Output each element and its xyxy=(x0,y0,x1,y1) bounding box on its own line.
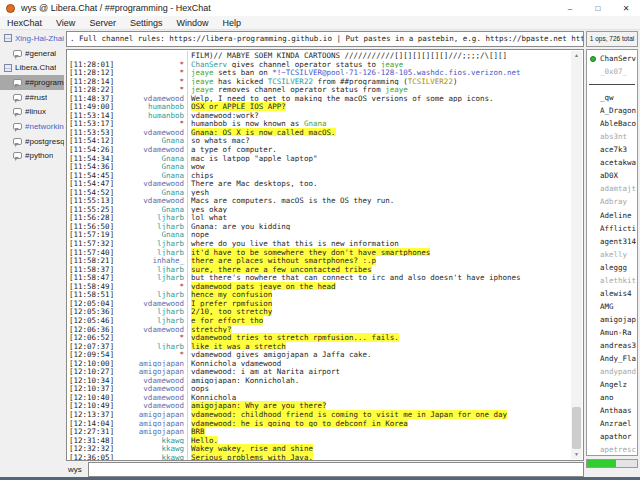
nick: * xyxy=(129,68,187,77)
nick-label[interactable]: wys xyxy=(66,465,88,474)
timestamp: [12:10:40] xyxy=(69,393,129,402)
nick: amigojapan xyxy=(129,427,187,436)
timestamp: [12:31:48] xyxy=(69,436,129,445)
menu-window[interactable]: Window xyxy=(169,18,215,28)
minimize-button[interactable]: – xyxy=(556,0,584,16)
user-list-item[interactable]: A_Dragon xyxy=(587,104,637,117)
user-list-item[interactable]: _qw xyxy=(587,91,637,104)
sidebar-item-rust[interactable]: ##rust xyxy=(0,90,64,105)
menu-server[interactable]: Server xyxy=(82,18,123,28)
user-list-item[interactable]: AMG xyxy=(587,300,637,313)
chat-message-row: [11:54:12]Gnanaso whats mac? xyxy=(69,136,570,145)
timestamp: [11:58:47] xyxy=(69,273,129,282)
sidebar-item-postgresql[interactable]: #postgresql xyxy=(0,134,64,149)
channel-label: #postgresql xyxy=(25,137,64,146)
timestamp: [12:06:36] xyxy=(69,325,129,334)
timestamp: [11:58:51] xyxy=(69,290,129,299)
timestamp: [11:55:25] xyxy=(69,205,129,214)
user-list-item[interactable]: AbleBaco xyxy=(587,117,637,130)
input-bar: wys xyxy=(66,461,584,477)
chat-message-row: [12:05:46]ljharbe for effort tho xyxy=(69,316,570,325)
nick: Gnana xyxy=(129,162,187,171)
timestamp: [11:28:22] xyxy=(69,85,129,94)
user-list-item[interactable]: Anthaas xyxy=(587,404,637,417)
message-text: chips xyxy=(187,171,570,180)
nick: humanbob xyxy=(129,111,187,120)
user-list-item[interactable]: Adeline xyxy=(587,209,637,222)
chat-message-row: [11:56:50]ljharbGnana: are you kidding xyxy=(69,222,570,231)
sidebar-network-xing-hai-zhai[interactable]: Xing-Hai-Zhai xyxy=(0,31,64,46)
user-list-item[interactable]: aD0X xyxy=(587,169,637,182)
chat-log: FILM)// MABYE SOEM KINDA CARTOONS //////… xyxy=(69,51,570,460)
sidebar-item-python[interactable]: #python xyxy=(0,149,64,164)
nick: Gnana xyxy=(129,136,187,145)
menu-view[interactable]: View xyxy=(49,18,82,28)
chat-message-row: [11:54:52]Gnanayesh xyxy=(69,188,570,197)
user-list-item[interactable]: ano xyxy=(587,391,637,404)
user-list-item[interactable]: ace7k3 xyxy=(587,143,637,156)
user-nick: andreas3 xyxy=(600,341,636,350)
user-list-item[interactable]: andypand xyxy=(587,365,637,378)
user-nick: abs3nt xyxy=(600,132,627,141)
chat-message-row: [11:28:12]*jeaye sets ban on *!~TCSILVER… xyxy=(69,68,570,77)
timestamp: [12:32:32] xyxy=(69,444,129,453)
user-list-item[interactable]: Anzrael xyxy=(587,417,637,430)
timestamp: [12:10:34] xyxy=(69,376,129,385)
user-list-item[interactable]: Amun-Ra xyxy=(587,326,637,339)
user-list-item[interactable]: agent314 xyxy=(587,235,637,248)
user-list-item[interactable]: Angelz xyxy=(587,378,637,391)
message-text: nope xyxy=(187,230,570,239)
user-list-item[interactable]: alewis4 xyxy=(587,287,637,300)
user-list-item[interactable]: alethkit xyxy=(587,274,637,287)
user-list-item[interactable]: Andy_Fla xyxy=(587,352,637,365)
user-list-item[interactable]: _0x07_ xyxy=(587,65,637,78)
chat-message-row: [12:06:52]*vdamewood tries to stretch rp… xyxy=(69,333,570,342)
message-text: there are places without smartphones? :.… xyxy=(187,256,570,265)
nick: vdamewood xyxy=(129,128,187,137)
message-text: ChanServ gives channel operator status t… xyxy=(187,60,570,69)
user-list-item[interactable]: adamtajt xyxy=(587,182,637,195)
user-nick: akelly xyxy=(600,250,627,259)
sidebar-item-networking[interactable]: #networking xyxy=(0,119,64,134)
sidebar-network-libera.chat[interactable]: Libera.Chat xyxy=(0,60,64,75)
user-list-item[interactable]: apathor xyxy=(587,430,637,443)
chat-message-row: [11:58:47]ljharbbut there's nowhere that… xyxy=(69,273,570,282)
message-text: so whats mac? xyxy=(187,136,570,145)
user-list-item[interactable]: apetresc xyxy=(587,443,637,456)
nick: ljharb xyxy=(129,307,187,316)
menu-help[interactable]: Help xyxy=(215,18,248,28)
maximize-button[interactable]: □ xyxy=(584,0,612,16)
user-nick: acetakwa xyxy=(600,158,636,167)
channel-label: #networking xyxy=(25,122,64,131)
sidebar-item-programming[interactable]: ##programming xyxy=(0,75,64,90)
user-list-item[interactable]: abs3nt xyxy=(587,130,637,143)
chat-message-row: [12:13:37]amigojapanvdamewood: childhood… xyxy=(69,410,570,419)
user-list-item[interactable]: amigojap xyxy=(587,313,637,326)
timestamp: [12:05:04] xyxy=(69,299,129,308)
sidebar-item-general[interactable]: #general xyxy=(0,46,64,61)
menu-hexchat[interactable]: HexChat xyxy=(0,18,49,28)
user-list-item[interactable]: andreas3 xyxy=(587,339,637,352)
timestamp: [11:28:01] xyxy=(69,60,129,69)
lag-meter xyxy=(586,459,638,468)
chat-message-row: [11:55:25]Gnanayes okay xyxy=(69,205,570,214)
user-list-item[interactable]: Adbray xyxy=(587,195,637,208)
sidebar-item-linux[interactable]: #linux xyxy=(0,104,64,119)
nick: vdamewood xyxy=(129,376,187,385)
chat-scrollbar[interactable]: ▲ ▼ xyxy=(571,51,582,459)
user-list-item[interactable]: acetakwa xyxy=(587,156,637,169)
scroll-up-icon[interactable]: ▲ xyxy=(571,51,582,60)
message-input[interactable] xyxy=(88,462,584,477)
user-list-item[interactable]: aleggg xyxy=(587,261,637,274)
topic-bar[interactable]: . Full channel rules: https://libera-pro… xyxy=(66,31,584,47)
user-list-item[interactable]: Afflicti xyxy=(587,222,637,235)
user-list-item[interactable]: akelly xyxy=(587,248,637,261)
user-list-item[interactable]: ChanServ xyxy=(587,52,637,65)
user-nick: A_Dragon xyxy=(600,106,636,115)
scroll-down-icon[interactable]: ▼ xyxy=(571,450,582,459)
timestamp: [12:06:52] xyxy=(69,333,129,342)
close-button[interactable]: ✕ xyxy=(612,0,640,16)
channel-icon xyxy=(13,94,22,101)
menu-settings[interactable]: Settings xyxy=(123,18,170,28)
scrollbar-thumb[interactable] xyxy=(572,407,581,449)
